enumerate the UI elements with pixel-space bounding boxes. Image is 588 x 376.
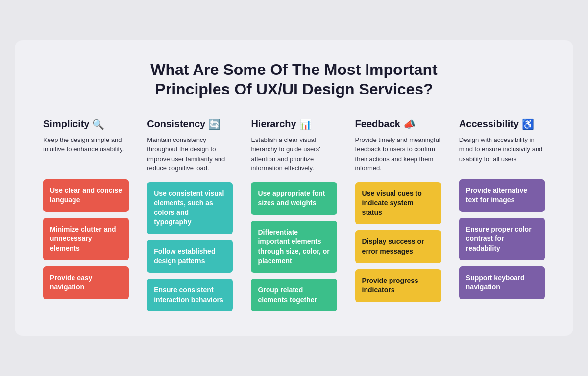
col-title-feedback: Feedback [355,118,400,130]
card-hierarchy-2: Group related elements together [251,279,337,311]
card-feedback-2: Provide progress indicators [355,269,441,302]
card-feedback-0: Use visual cues to indicate system statu… [355,182,441,225]
col-header-accessibility: Accessibility♿ [459,118,545,130]
card-simplicity-2: Provide easy navigation [43,266,129,299]
col-emoji-consistency: 🔄 [208,118,220,130]
cards-feedback: Use visual cues to indicate system statu… [355,182,441,302]
col-desc-hierarchy: Establish a clear visual hierarchy to gu… [251,135,337,173]
cards-accessibility: Provide alternative text for imagesEnsur… [459,179,545,299]
column-hierarchy: Hierarchy📊Establish a clear visual hiera… [242,118,346,312]
col-emoji-hierarchy: 📊 [299,118,312,130]
cards-hierarchy: Use appropriate font sizes and weightsDi… [251,182,337,312]
col-emoji-feedback: 📣 [403,118,416,130]
cards-simplicity: Use clear and concise languageMinimize c… [43,179,129,299]
column-feedback: Feedback📣Provide timely and meaningful f… [346,118,450,302]
cards-consistency: Use consistent visual elements, such as … [147,182,233,312]
col-desc-accessibility: Design with accessibility in mind to ens… [459,135,545,170]
column-simplicity: Simplicity🔍Keep the design simple and in… [34,118,138,299]
card-accessibility-1: Ensure proper color contrast for readabi… [459,218,545,260]
col-desc-simplicity: Keep the design simple and intuitive to … [43,135,129,170]
col-title-consistency: Consistency [147,118,205,130]
columns-container: Simplicity🔍Keep the design simple and in… [34,118,554,312]
main-container: What Are Some Of The Most Important Prin… [15,40,573,336]
card-simplicity-0: Use clear and concise language [43,179,129,212]
card-consistency-0: Use consistent visual elements, such as … [147,182,233,234]
column-accessibility: Accessibility♿Design with accessibility … [450,118,554,299]
col-desc-consistency: Maintain consistency throughout the desi… [147,135,233,173]
card-hierarchy-0: Use appropriate font sizes and weights [251,182,337,215]
card-feedback-1: Display success or error messages [355,230,441,263]
col-emoji-simplicity: 🔍 [92,118,104,130]
card-consistency-1: Follow established design patterns [147,240,233,273]
card-accessibility-0: Provide alternative text for images [459,179,545,212]
col-header-feedback: Feedback📣 [355,118,441,130]
col-emoji-accessibility: ♿ [522,118,534,130]
col-title-accessibility: Accessibility [459,118,519,130]
card-accessibility-2: Support keyboard navigation [459,266,545,299]
card-simplicity-1: Minimize clutter and unnecessary element… [43,218,129,260]
col-header-consistency: Consistency🔄 [147,118,233,130]
card-consistency-2: Ensure consistent interaction behaviors [147,279,233,311]
col-title-simplicity: Simplicity [43,118,89,130]
column-consistency: Consistency🔄Maintain consistency through… [138,118,242,312]
card-hierarchy-1: Differentiate important elements through… [251,221,337,273]
col-title-hierarchy: Hierarchy [251,118,296,130]
col-header-simplicity: Simplicity🔍 [43,118,129,130]
page-title: What Are Some Of The Most Important Prin… [34,60,554,99]
col-desc-feedback: Provide timely and meaningful feedback t… [355,135,441,173]
col-header-hierarchy: Hierarchy📊 [251,118,337,130]
